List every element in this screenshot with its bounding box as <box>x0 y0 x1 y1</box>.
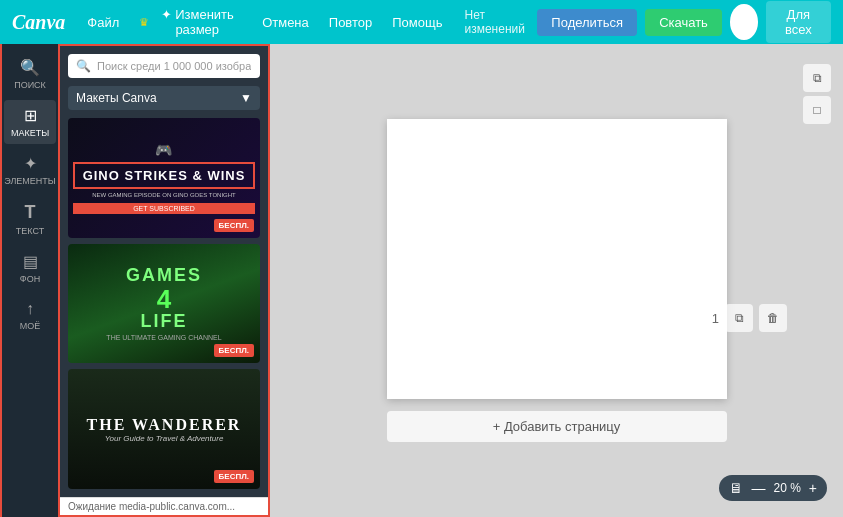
redo-button[interactable]: Повтор <box>323 11 378 34</box>
right-tools: ⧉ □ <box>803 64 831 124</box>
toggle-button[interactable] <box>730 4 758 40</box>
download-button[interactable]: Скачать <box>645 9 722 36</box>
page-number-area: 1 ⧉ 🗑 <box>712 304 787 332</box>
zoom-level: 20 % <box>773 481 800 495</box>
wanderer-subtitle: Your Guide to Travel & Adventure <box>87 434 242 443</box>
main-area: 🔍 ПОИСК ⊞ МАКЕТЫ ✦ ЭЛЕМЕНТЫ T ТЕКСТ ▤ ФО… <box>0 44 843 517</box>
games-badge: БЕСПЛ. <box>214 344 254 357</box>
sidebar-item-text[interactable]: T ТЕКСТ <box>4 196 56 242</box>
canvas-page <box>387 119 727 399</box>
sidebar-item-templates[interactable]: ⊞ МАКЕТЫ <box>4 100 56 144</box>
background-icon: ▤ <box>23 252 38 271</box>
gino-badge: БЕСПЛ. <box>214 219 254 232</box>
right-tool-1[interactable]: ⧉ <box>803 64 831 92</box>
template-card-wanderer[interactable]: THE WANDERER Your Guide to Travel & Adve… <box>68 369 260 489</box>
canvas-area: + Добавить страницу ⧉ □ 1 ⧉ 🗑 🖥 — 20 % + <box>270 44 843 517</box>
right-tool-2[interactable]: □ <box>803 96 831 124</box>
games-number: 4 <box>106 286 221 312</box>
gamepad-icon: 🎮 <box>73 142 256 158</box>
zoom-in-button[interactable]: + <box>809 480 817 496</box>
add-page-button[interactable]: + Добавить страницу <box>387 411 727 442</box>
topbar: Canva Файл ♛ ✦ Изменить размер Отмена По… <box>0 0 843 44</box>
sidebar-item-search[interactable]: 🔍 ПОИСК <box>4 52 56 96</box>
forall-button[interactable]: Для всех <box>766 1 831 43</box>
copy-page-button[interactable]: ⧉ <box>725 304 753 332</box>
templates-list: 🎮 GINO STRIKES & WINS NEW GAMING EPISODE… <box>60 118 268 497</box>
sidebar-item-mine[interactable]: ↑ МОЁ <box>4 294 56 337</box>
elements-icon: ✦ <box>24 154 37 173</box>
template-source-dropdown[interactable]: Макеты Canva ▼ <box>68 86 260 110</box>
chevron-down-icon: ▼ <box>240 91 252 105</box>
delete-page-button[interactable]: 🗑 <box>759 304 787 332</box>
mine-icon: ↑ <box>26 300 34 318</box>
monitor-icon: 🖥 <box>729 480 743 496</box>
share-button[interactable]: Поделиться <box>537 9 637 36</box>
text-icon: T <box>25 202 36 223</box>
template-card-games4life[interactable]: GAMES 4 LIFE THE ULTIMATE GAMING CHANNEL… <box>68 244 260 364</box>
sidebar-item-elements[interactable]: ✦ ЭЛЕМЕНТЫ <box>4 148 56 192</box>
search-icon-small: 🔍 <box>76 59 91 73</box>
zoom-controls: 🖥 — 20 % + <box>719 475 827 501</box>
no-changes-status: Нет изменений <box>464 8 529 36</box>
zoom-out-button[interactable]: — <box>751 480 765 496</box>
logo: Canva <box>12 11 65 34</box>
life-title: LIFE <box>106 312 221 332</box>
content-panel: 🔍 Поиск среди 1 000 000 изобра Макеты Ca… <box>60 44 270 517</box>
undo-button[interactable]: Отмена <box>256 11 315 34</box>
wanderer-title: THE WANDERER <box>87 416 242 434</box>
resize-button[interactable]: ♛ ✦ Изменить размер <box>133 3 248 41</box>
crown-icon: ♛ <box>139 16 149 29</box>
gino-title: GINO STRIKES & WINS <box>73 162 256 189</box>
gino-cta: GET SUBSCRIBED <box>73 203 256 214</box>
wanderer-badge: БЕСПЛ. <box>214 470 254 483</box>
template-card-gino[interactable]: 🎮 GINO STRIKES & WINS NEW GAMING EPISODE… <box>68 118 260 238</box>
gino-subtitle: NEW GAMING EPISODE ON GINO GOES TONIGHT <box>73 192 256 198</box>
file-menu-button[interactable]: Файл <box>81 11 125 34</box>
games-subtitle: THE ULTIMATE GAMING CHANNEL <box>106 334 221 341</box>
status-bar: Ожидание media-public.canva.com... <box>60 497 268 515</box>
sidebar-item-background[interactable]: ▤ ФОН <box>4 246 56 290</box>
search-bar[interactable]: 🔍 Поиск среди 1 000 000 изобра <box>68 54 260 78</box>
help-button[interactable]: Помощь <box>386 11 448 34</box>
search-icon: 🔍 <box>20 58 40 77</box>
templates-icon: ⊞ <box>24 106 37 125</box>
sidebar-icons: 🔍 ПОИСК ⊞ МАКЕТЫ ✦ ЭЛЕМЕНТЫ T ТЕКСТ ▤ ФО… <box>0 44 60 517</box>
